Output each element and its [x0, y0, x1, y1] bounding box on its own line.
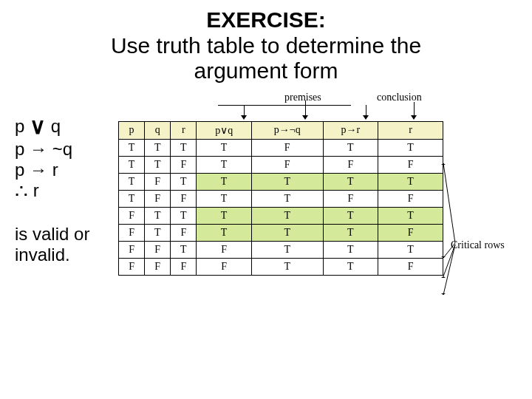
table-cell: T [119, 139, 145, 156]
table-row: FFFFTTF [119, 258, 443, 275]
table-cell: F [145, 258, 171, 275]
title-line1: EXERCISE: [206, 7, 326, 32]
arg-line3: p → r [15, 160, 58, 180]
table-cell: T [197, 156, 252, 173]
truth-table-wrap: premises conclusion p [118, 92, 443, 276]
table-cell: T [323, 173, 378, 190]
table-cell: F [323, 190, 378, 207]
table-cell: T [197, 190, 252, 207]
th-pvq: p∨q [197, 121, 252, 139]
table-row: FTTTTTT [119, 207, 443, 224]
title-line2: Use truth table to determine the [111, 33, 421, 58]
table-cell: F [251, 156, 323, 173]
table-cell: F [378, 156, 443, 173]
table-cell: T [323, 241, 378, 258]
premises-label-stem [305, 100, 306, 105]
table-cell: F [171, 156, 197, 173]
argument-block: p ∨ q p → ~q p → r ∴ r is valid or inval… [15, 114, 111, 265]
table-row: TTFTFFF [119, 156, 443, 173]
premises-brace-line [218, 105, 351, 106]
table-cell: T [119, 156, 145, 173]
table-cell: T [323, 224, 378, 241]
table-cell: F [378, 258, 443, 275]
premises-arrow1-head [241, 115, 247, 120]
table-cell: F [145, 241, 171, 258]
conclusion-arrow-stem [414, 102, 415, 117]
table-row: TFFTTFF [119, 190, 443, 207]
table-cell: T [251, 241, 323, 258]
valid-l1: is valid or [15, 224, 89, 244]
truth-table: p q r p∨q p→¬q p→r r TTTTFTTTTFTFFFTFTTT… [118, 121, 443, 276]
premises-arrow3-head [363, 115, 369, 120]
table-cell: F [171, 258, 197, 275]
table-cell: F [197, 258, 252, 275]
table-cell: T [145, 224, 171, 241]
label-critical-rows: Critical rows [451, 239, 505, 251]
th-r: r [171, 121, 197, 139]
table-annotations: premises conclusion [118, 92, 443, 121]
table-row: FFTFTTT [119, 241, 443, 258]
label-premises: premises [284, 92, 321, 103]
table-cell: F [378, 224, 443, 241]
table-cell: T [145, 156, 171, 173]
table-cell: F [119, 207, 145, 224]
table-row: TFTTTTT [119, 173, 443, 190]
table-cell: T [251, 224, 323, 241]
argument-lines: p ∨ q p → ~q p → r ∴ r [15, 114, 111, 204]
table-cell: T [251, 207, 323, 224]
table-cell: F [197, 241, 252, 258]
table-cell: T [323, 258, 378, 275]
table-cell: T [119, 190, 145, 207]
th-pnq: p→¬q [251, 121, 323, 139]
arg-line2: p → ~q [15, 139, 72, 159]
table-cell: T [145, 139, 171, 156]
valid-l2: invalid. [15, 245, 70, 265]
table-cell: T [251, 190, 323, 207]
table-row: FTFTTTF [119, 224, 443, 241]
table-cell: F [145, 190, 171, 207]
table-cell: F [323, 156, 378, 173]
premises-arrow2-head [302, 115, 308, 120]
table-cell: F [378, 190, 443, 207]
table-cell: F [119, 258, 145, 275]
table-cell: T [378, 241, 443, 258]
table-cell: T [323, 139, 378, 156]
table-cell: T [323, 207, 378, 224]
slide-title: EXERCISE: Use truth table to determine t… [0, 0, 532, 84]
table-cell: T [197, 224, 252, 241]
table-cell: F [251, 139, 323, 156]
label-conclusion: conclusion [377, 92, 422, 103]
table-cell: F [171, 224, 197, 241]
table-row: TTTTFTT [119, 139, 443, 156]
table-cell: T [378, 173, 443, 190]
table-cell: T [119, 173, 145, 190]
th-p: p [119, 121, 145, 139]
table-cell: T [251, 173, 323, 190]
table-cell: T [251, 258, 323, 275]
table-cell: T [171, 139, 197, 156]
arg-line1: p ∨ q [15, 116, 61, 136]
th-rr: r [378, 121, 443, 139]
title-line3: argument form [194, 58, 338, 83]
conclusion-arrow-head [411, 115, 417, 120]
table-cell: T [171, 207, 197, 224]
th-pr: p→r [323, 121, 378, 139]
table-cell: T [378, 139, 443, 156]
table-cell: F [119, 224, 145, 241]
table-cell: T [197, 139, 252, 156]
table-cell: F [171, 190, 197, 207]
table-cell: T [171, 241, 197, 258]
valid-question: is valid or invalid. [15, 224, 111, 265]
table-header-row: p q r p∨q p→¬q p→r r [119, 121, 443, 139]
table-cell: T [145, 207, 171, 224]
table-cell: T [378, 207, 443, 224]
table-cell: F [145, 173, 171, 190]
table-cell: F [119, 241, 145, 258]
table-cell: T [171, 173, 197, 190]
arg-line4: ∴ r [15, 180, 39, 200]
table-cell: T [197, 207, 252, 224]
table-cell: T [197, 173, 252, 190]
th-q: q [145, 121, 171, 139]
